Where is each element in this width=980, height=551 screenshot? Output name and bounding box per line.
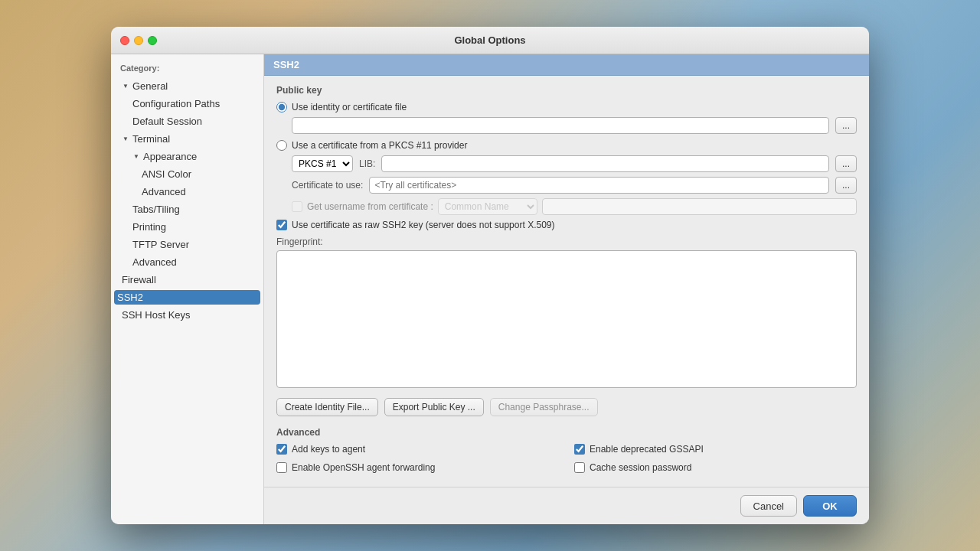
titlebar: Global Options [111,27,869,54]
sidebar-item-general[interactable]: General [111,77,263,95]
sidebar-label-ssh2: SSH2 [117,292,143,303]
lib-browse-btn[interactable]: ... [835,155,857,172]
sidebar-item-default-session[interactable]: Default Session [111,112,263,130]
change-passphrase-button[interactable]: Change Passphrase... [490,398,598,416]
minimize-button[interactable] [134,36,143,45]
cache-session-row: Cache session password [574,462,857,473]
main-content: SSH2 Public key Use identity or certific… [264,54,869,524]
advanced-section-label: Advanced [276,427,857,438]
ok-button[interactable]: OK [803,495,857,517]
pkcs-row: PKCS #11 LIB: ... [292,155,857,172]
sidebar-item-ansi-color[interactable]: ANSI Color [111,165,263,183]
identity-file-input[interactable] [292,117,829,134]
username-input[interactable] [542,198,857,215]
window-body: Category: General Configuration Paths De… [111,54,869,524]
cert-to-use-input[interactable] [369,177,829,194]
sidebar-label-tabs-tiling: Tabs/Tiling [132,204,180,215]
use-cert-label: Use certificate as raw SSH2 key (server … [292,220,554,230]
enable-gssapi-row: Enable deprecated GSSAPI [574,444,857,455]
sidebar-item-tftp-server[interactable]: TFTP Server [111,236,263,253]
sidebar-item-firewall[interactable]: Firewall [111,271,263,289]
advanced-grid: Add keys to agent Enable deprecated GSSA… [276,444,857,478]
add-keys-checkbox[interactable] [276,444,287,455]
triangle-appearance [132,153,140,161]
add-keys-label: Add keys to agent [292,444,365,455]
maximize-button[interactable] [148,36,157,45]
radio1-label: Use identity or certificate file [292,102,407,112]
identity-file-browse-btn[interactable]: ... [835,117,857,134]
create-identity-button[interactable]: Create Identity File... [276,398,378,416]
get-username-label: Get username from certificate : [307,201,433,212]
window-title: Global Options [454,34,525,46]
use-cert-row: Use certificate as raw SSH2 key (server … [276,220,857,230]
global-options-window: Global Options Category: General Configu… [111,27,869,524]
use-cert-checkbox[interactable] [276,220,287,230]
cache-session-label: Cache session password [590,462,691,473]
openssh-forwarding-checkbox[interactable] [276,462,287,473]
export-public-key-button[interactable]: Export Public Key ... [384,398,484,416]
sidebar-label-ssh-host-keys: SSH Host Keys [122,309,191,321]
triangle-general [122,83,129,90]
sidebar-label-printing: Printing [132,221,166,233]
cert-row: Certificate to use: ... [292,177,857,194]
sidebar-item-ssh2[interactable]: SSH2 [111,289,263,306]
sidebar-label-appearance: Appearance [143,151,197,162]
sidebar-label-advanced-appearance: Advanced [142,186,186,197]
sidebar-item-printing[interactable]: Printing [111,218,263,236]
openssh-forwarding-row: Enable OpenSSH agent forwarding [276,462,559,473]
sidebar-label-configuration-paths: Configuration Paths [132,98,220,109]
identity-file-row: ... [292,117,857,134]
sidebar-label-terminal: Terminal [132,133,170,145]
lib-input[interactable] [381,155,829,172]
cert-to-use-label: Certificate to use: [292,180,363,191]
common-name-select[interactable]: Common Name [438,198,537,215]
sidebar-item-terminal[interactable]: Terminal [111,130,263,148]
openssh-forwarding-label: Enable OpenSSH agent forwarding [292,462,435,473]
category-label: Category: [111,60,263,77]
sidebar: Category: General Configuration Paths De… [111,54,264,524]
sidebar-label-default-session: Default Session [132,116,202,127]
fingerprint-textarea[interactable] [276,250,857,388]
sidebar-label-firewall: Firewall [122,274,156,285]
add-keys-row: Add keys to agent [276,444,559,455]
enable-gssapi-label: Enable deprecated GSSAPI [590,444,704,455]
radio2-row: Use a certificate from a PKCS #11 provid… [276,140,857,151]
get-username-checkbox[interactable] [292,201,302,212]
sidebar-item-ssh-host-keys[interactable]: SSH Host Keys [111,306,263,324]
fingerprint-label: Fingerprint: [276,236,857,247]
sidebar-item-advanced-appearance[interactable]: Advanced [111,183,263,201]
sidebar-item-configuration-paths[interactable]: Configuration Paths [111,95,263,112]
pkcs-select[interactable]: PKCS #11 [292,155,353,172]
lib-label: LIB: [359,158,375,169]
sidebar-item-appearance[interactable]: Appearance [111,148,263,165]
sidebar-item-advanced-terminal[interactable]: Advanced [111,253,263,271]
sidebar-label-ansi-color: ANSI Color [142,168,191,180]
radio-identity-file[interactable] [276,102,287,112]
section-header: SSH2 [264,54,869,76]
traffic-lights [120,36,157,45]
radio1-row: Use identity or certificate file [276,102,857,112]
cancel-button[interactable]: Cancel [740,495,797,517]
sidebar-label-general: General [132,80,168,92]
button-row: Create Identity File... Export Public Ke… [276,398,857,416]
content-area: Public key Use identity or certificate f… [264,76,869,487]
sidebar-label-tftp-server: TFTP Server [132,239,189,250]
triangle-terminal [122,135,129,143]
cert-browse-btn[interactable]: ... [835,177,857,194]
radio-pkcs11[interactable] [276,140,287,151]
enable-gssapi-checkbox[interactable] [574,444,585,455]
sidebar-label-advanced-terminal: Advanced [132,256,177,268]
sidebar-item-tabs-tiling[interactable]: Tabs/Tiling [111,201,263,218]
public-key-group-label: Public key [276,85,857,96]
cache-session-checkbox[interactable] [574,462,585,473]
radio2-label: Use a certificate from a PKCS #11 provid… [292,140,467,151]
get-username-row: Get username from certificate : Common N… [292,198,857,215]
footer: Cancel OK [264,487,869,524]
close-button[interactable] [120,36,129,45]
